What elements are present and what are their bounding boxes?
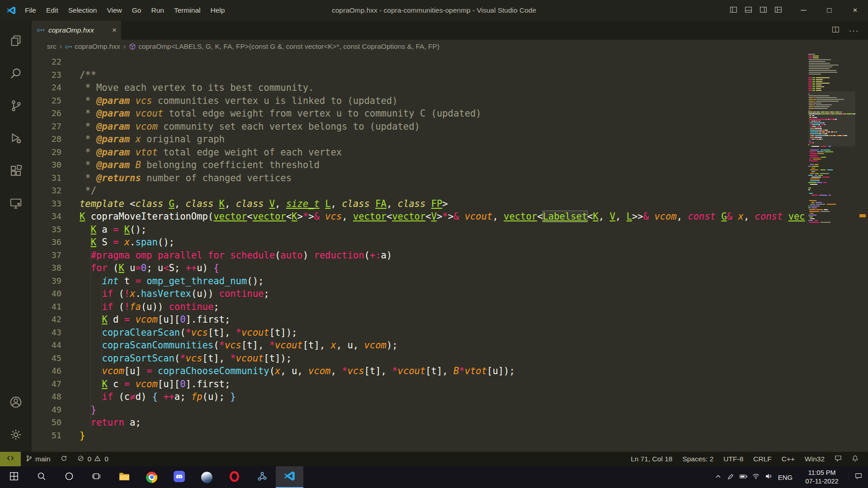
- close-button[interactable]: ×: [842, 0, 868, 21]
- code-line-28[interactable]: 28 * @param x original graph: [32, 133, 808, 146]
- breadcrumb-folder-src[interactable]: src: [47, 42, 57, 51]
- language-indicator[interactable]: ENG: [775, 474, 796, 481]
- discord-button[interactable]: [165, 466, 193, 488]
- sync-button[interactable]: [56, 455, 72, 464]
- code-line-51[interactable]: 51}: [32, 429, 808, 442]
- minimize-button[interactable]: ─: [791, 0, 816, 21]
- problems-indicator[interactable]: 0 0: [72, 455, 113, 464]
- status-encoding[interactable]: UTF-8: [718, 455, 748, 463]
- activity-explorer[interactable]: [0, 25, 32, 58]
- code-line-32[interactable]: 32 */: [32, 184, 808, 197]
- action-center-button[interactable]: [848, 472, 868, 482]
- status-indentation[interactable]: Spaces: 2: [677, 455, 718, 463]
- clock[interactable]: 11:05 PM 07-11-2022: [796, 469, 848, 486]
- code-line-30[interactable]: 30 * @param B belonging coefficient thre…: [32, 159, 808, 172]
- maximize-button[interactable]: □: [816, 0, 842, 21]
- code-line-36[interactable]: 36 K S = x.span();: [32, 236, 808, 249]
- feedback-button[interactable]: [830, 455, 847, 464]
- menu-run[interactable]: Run: [146, 0, 169, 21]
- settings-gear-icon: [9, 428, 23, 443]
- network-button[interactable]: [750, 466, 762, 488]
- menu-file[interactable]: File: [20, 0, 41, 21]
- chrome-button[interactable]: [138, 466, 165, 488]
- code-line-47[interactable]: 47 K c = vcom[u][0].first;: [32, 378, 808, 391]
- code-line-34[interactable]: 34K copraMoveIterationOmp(vector<vector<…: [32, 210, 808, 223]
- notifications-button[interactable]: [847, 455, 863, 464]
- code-line-40[interactable]: 40 if (!x.hasVertex(u)) continue;: [32, 287, 808, 300]
- toggle-panel-icon[interactable]: [745, 6, 752, 15]
- code-line-22[interactable]: 22: [32, 56, 808, 69]
- code-line-26[interactable]: 26 * @param vcout total edge weight from…: [32, 107, 808, 120]
- hidden-icons-button[interactable]: [712, 466, 724, 488]
- minimap[interactable]: [808, 53, 855, 452]
- cortana-button[interactable]: [55, 466, 83, 488]
- minimap-line: [810, 130, 817, 131]
- activity-settings[interactable]: [0, 419, 32, 452]
- line-number: 31: [32, 172, 61, 185]
- start-button[interactable]: [0, 466, 28, 488]
- activity-remote-explorer[interactable]: [0, 188, 32, 221]
- code-line-29[interactable]: 29 * @param vtot total edge weight of ea…: [32, 146, 808, 159]
- breadcrumb-file-copraOmp[interactable]: C++copraOmp.hxx: [65, 42, 120, 51]
- menu-go[interactable]: Go: [127, 0, 146, 21]
- tab-close-icon[interactable]: ×: [112, 26, 117, 35]
- code-line-37[interactable]: 37 #pragma omp parallel for schedule(aut…: [32, 249, 808, 262]
- code-line-44[interactable]: 44 copraScanCommunities(*vcs[t], *vcout[…: [32, 339, 808, 352]
- toggle-sidebar-icon[interactable]: [730, 6, 737, 15]
- code-line-25[interactable]: 25 * @param vcs communities vertex u is …: [32, 94, 808, 108]
- code-line-31[interactable]: 31 * @returns number of changed vertices: [32, 172, 808, 185]
- menu-terminal[interactable]: Terminal: [169, 0, 206, 21]
- symbol-cube-icon: [129, 43, 136, 50]
- code-line-48[interactable]: 48 if (c≠d) { ++a; fp(u); }: [32, 390, 808, 404]
- code-line-41[interactable]: 41 if (!fa(u)) continue;: [32, 300, 808, 314]
- tray-pen-button[interactable]: [724, 466, 737, 488]
- code-line-43[interactable]: 43 copraClearScan(*vcs[t], *vcout[t]);: [32, 326, 808, 339]
- code-line-42[interactable]: 42 K d = vcom[u][0].first;: [32, 313, 808, 326]
- status-language-mode[interactable]: C++: [777, 455, 800, 463]
- menu-view[interactable]: View: [102, 0, 127, 21]
- menu-selection[interactable]: Selection: [63, 0, 102, 21]
- activity-source-control[interactable]: [0, 90, 32, 123]
- file-explorer-button[interactable]: [110, 466, 138, 488]
- code-line-38[interactable]: 38 for (K u=0; u<S; ++u) {: [32, 262, 808, 275]
- minimap-line: [810, 131, 820, 132]
- activity-account[interactable]: [0, 387, 32, 419]
- code-line-46[interactable]: 46 vcom[u] = copraChooseCommunity(x, u, …: [32, 365, 808, 378]
- toggle-secondary-sidebar-icon[interactable]: [760, 6, 767, 15]
- menu-help[interactable]: Help: [206, 0, 230, 21]
- taskbar-search-button[interactable]: [28, 466, 55, 488]
- code-line-49[interactable]: 49 }: [32, 404, 808, 417]
- code-area[interactable]: 2223/**24 * Move each vertex to its best…: [32, 53, 808, 452]
- activity-run-debug[interactable]: [0, 123, 32, 155]
- code-line-39[interactable]: 39 int t = omp_get_thread_num();: [32, 275, 808, 288]
- code-line-33[interactable]: 33template <class G, class K, class V, s…: [32, 197, 808, 211]
- split-editor-icon[interactable]: [832, 26, 840, 35]
- taskbar-app-button-2[interactable]: [248, 466, 276, 488]
- tab-copraOmp[interactable]: C++ copraOmp.hxx ×: [32, 21, 121, 40]
- code-line-24[interactable]: 24 * Move each vertex to its best commun…: [32, 81, 808, 94]
- status-platform[interactable]: Win32: [800, 455, 830, 463]
- battery-button[interactable]: [737, 466, 750, 488]
- taskbar-app-button-1[interactable]: [193, 466, 221, 488]
- code-line-27[interactable]: 27 * @param vcom community set each vert…: [32, 120, 808, 133]
- volume-button[interactable]: [762, 466, 775, 488]
- minimap-line: [811, 171, 816, 172]
- breadcrumb-symbol-copraOmp[interactable]: copraOmp<LABELS, G, K, FA, FP>(const G &…: [129, 42, 439, 51]
- minimap-line: [816, 81, 823, 82]
- status-eol-sequence[interactable]: CRLF: [748, 455, 776, 463]
- branch-indicator[interactable]: main: [21, 455, 56, 464]
- customize-layout-icon[interactable]: [774, 6, 782, 15]
- code-line-50[interactable]: 50 return a;: [32, 416, 808, 429]
- code-line-23[interactable]: 23/**: [32, 69, 808, 82]
- activity-search[interactable]: [0, 58, 32, 90]
- more-actions-icon[interactable]: ···: [849, 25, 859, 36]
- remote-indicator[interactable]: [0, 452, 21, 466]
- code-line-45[interactable]: 45 copraSortScan(*vcs[t], *vcout[t]);: [32, 352, 808, 365]
- opera-button[interactable]: [221, 466, 248, 488]
- status-cursor-position[interactable]: Ln 71, Col 18: [626, 455, 677, 463]
- task-view-button[interactable]: [83, 466, 110, 488]
- vscode-taskbar-button[interactable]: [276, 466, 303, 488]
- menu-edit[interactable]: Edit: [41, 0, 63, 21]
- code-line-35[interactable]: 35 K a = K();: [32, 223, 808, 236]
- activity-extensions[interactable]: [0, 155, 32, 188]
